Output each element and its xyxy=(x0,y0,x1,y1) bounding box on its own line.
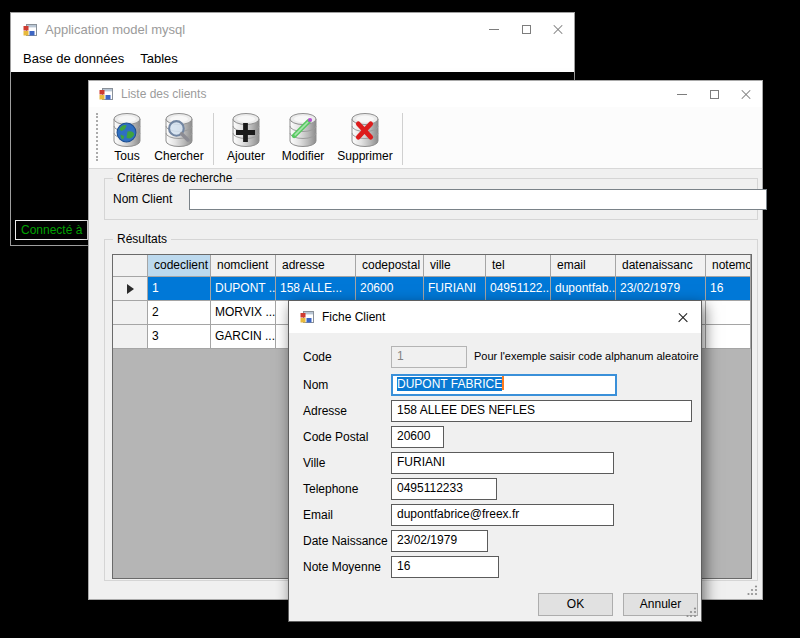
minimize-button[interactable] xyxy=(666,81,698,107)
close-icon xyxy=(740,88,752,100)
note-moyenne-label: Note Moyenne xyxy=(303,556,381,578)
cell-nomclient[interactable]: DUPONT ... xyxy=(211,277,276,301)
desktop: Application model mysql Base de données … xyxy=(0,0,800,638)
cell-ville[interactable]: FURIANI xyxy=(424,277,486,301)
code-postal-input[interactable]: 20600 xyxy=(391,426,444,448)
list-window-title: Liste des clients xyxy=(121,87,206,101)
row-selector-header[interactable] xyxy=(113,255,148,277)
maximize-button[interactable] xyxy=(510,13,542,46)
adresse-input[interactable]: 158 ALLEE DES NEFLES xyxy=(391,400,692,422)
toolbar-grip-icon[interactable] xyxy=(96,113,98,161)
resize-grip-icon[interactable] xyxy=(686,607,697,618)
nom-client-label: Nom Client xyxy=(113,192,172,206)
main-menubar: Base de données Tables xyxy=(11,46,574,72)
cell-datenaissance[interactable]: 23/02/1979 xyxy=(616,277,706,301)
code-label: Code xyxy=(303,346,332,368)
chercher-button[interactable]: Chercher xyxy=(150,111,208,163)
minimize-button[interactable] xyxy=(478,13,510,46)
supprimer-button[interactable]: Supprimer xyxy=(333,111,397,163)
field-row-date-naissance: Date Naissance 23/02/1979 xyxy=(289,530,701,552)
cell-notemoy[interactable]: 16 xyxy=(706,277,751,301)
row-selector-cell[interactable] xyxy=(113,277,148,301)
ville-input[interactable]: FURIANI xyxy=(391,452,614,474)
list-titlebar: Liste des clients xyxy=(89,81,762,107)
field-row-telephone: Telephone 0495112233 xyxy=(289,478,701,500)
telephone-input[interactable]: 0495112233 xyxy=(391,478,497,500)
column-header-email[interactable]: email xyxy=(551,255,616,277)
toolbar-separator xyxy=(402,113,403,165)
cell-notemoy[interactable] xyxy=(706,301,751,325)
date-naissance-input[interactable]: 23/02/1979 xyxy=(391,530,488,552)
cell-notemoy[interactable] xyxy=(706,325,751,349)
ville-label: Ville xyxy=(303,452,325,474)
column-header-datenaissance[interactable]: datenaissanc xyxy=(616,255,706,277)
cell-email[interactable]: dupontfab... xyxy=(551,277,616,301)
fiche-client-dialog: Fiche Client Code 1 Pour l'exemple saisi… xyxy=(288,300,702,622)
cell-codeclient[interactable]: 1 xyxy=(148,277,211,301)
close-button[interactable] xyxy=(665,301,701,333)
toolbar-separator xyxy=(213,113,214,165)
menu-tables[interactable]: Tables xyxy=(132,46,186,72)
maximize-button[interactable] xyxy=(698,81,730,107)
cell-nomclient[interactable]: MORVIX ... xyxy=(211,301,276,325)
field-row-nom: Nom DUPONT FABRICE xyxy=(289,374,701,396)
column-header-nomclient[interactable]: nomclient xyxy=(211,255,276,277)
cell-codepostal[interactable]: 20600 xyxy=(356,277,424,301)
globe-icon xyxy=(116,122,137,143)
row-selector-cell[interactable] xyxy=(113,325,148,349)
text-caret xyxy=(502,376,504,390)
pen-icon xyxy=(291,116,314,139)
cell-adresse[interactable]: 158 ALLE... xyxy=(276,277,356,301)
code-postal-label: Code Postal xyxy=(303,426,368,448)
minimize-icon xyxy=(677,94,687,95)
app-icon xyxy=(299,309,315,325)
app-icon xyxy=(22,22,38,38)
code-input: 1 xyxy=(391,346,467,368)
current-row-arrow-icon xyxy=(127,284,134,294)
note-moyenne-input[interactable]: 16 xyxy=(391,556,499,578)
toolbar: Tous Chercher Ajouter Modifier Su xyxy=(89,107,762,169)
cell-nomclient[interactable]: GARCIN ... xyxy=(211,325,276,349)
cell-tel[interactable]: 04951122... xyxy=(486,277,551,301)
search-icon xyxy=(167,119,190,142)
nom-label: Nom xyxy=(303,374,328,396)
email-label: Email xyxy=(303,504,333,526)
column-header-codepostal[interactable]: codepostal xyxy=(356,255,424,277)
column-header-notemoy[interactable]: notemoy xyxy=(706,255,751,277)
adresse-label: Adresse xyxy=(303,400,347,422)
nom-client-search-input[interactable] xyxy=(189,189,767,210)
ok-button[interactable]: OK xyxy=(538,593,613,616)
field-row-note-moyenne: Note Moyenne 16 xyxy=(289,556,701,578)
column-header-tel[interactable]: tel xyxy=(486,255,551,277)
field-row-code-postal: Code Postal 20600 xyxy=(289,426,701,448)
search-criteria-group: Critères de recherche Nom Client xyxy=(104,178,758,220)
nom-input[interactable]: DUPONT FABRICE xyxy=(391,374,617,396)
dialog-titlebar: Fiche Client xyxy=(289,301,701,333)
modifier-button[interactable]: Modifier xyxy=(273,111,333,163)
close-button[interactable] xyxy=(730,81,762,107)
menu-base-de-donnees[interactable]: Base de données xyxy=(15,46,132,72)
column-header-adresse[interactable]: adresse xyxy=(276,255,356,277)
column-header-codeclient[interactable]: codeclient xyxy=(148,255,211,277)
minimize-icon xyxy=(489,29,499,30)
code-note: Pour l'exemple saisir code alphanum alea… xyxy=(474,350,699,362)
row-selector-cell[interactable] xyxy=(113,301,148,325)
column-header-ville[interactable]: ville xyxy=(424,255,486,277)
cell-codeclient[interactable]: 3 xyxy=(148,325,211,349)
cell-codeclient[interactable]: 2 xyxy=(148,301,211,325)
delete-x-icon xyxy=(354,120,375,141)
dialog-title: Fiche Client xyxy=(322,310,385,324)
close-icon xyxy=(552,24,564,36)
field-row-adresse: Adresse 158 ALLEE DES NEFLES xyxy=(289,400,701,422)
table-row[interactable]: 1 DUPONT ... 158 ALLE... 20600 FURIANI 0… xyxy=(113,277,751,301)
field-row-code: Code 1 Pour l'exemple saisir code alphan… xyxy=(289,346,701,368)
maximize-icon xyxy=(710,90,719,99)
close-button[interactable] xyxy=(542,13,574,46)
plus-icon xyxy=(235,122,256,143)
ajouter-button[interactable]: Ajouter xyxy=(219,111,273,163)
connection-status-label: Connecté à xyxy=(15,220,88,240)
field-row-email: Email dupontfabrice@freex.fr xyxy=(289,504,701,526)
email-input[interactable]: dupontfabrice@freex.fr xyxy=(391,504,614,526)
tous-button[interactable]: Tous xyxy=(104,111,150,163)
resize-grip-icon[interactable] xyxy=(747,585,758,596)
